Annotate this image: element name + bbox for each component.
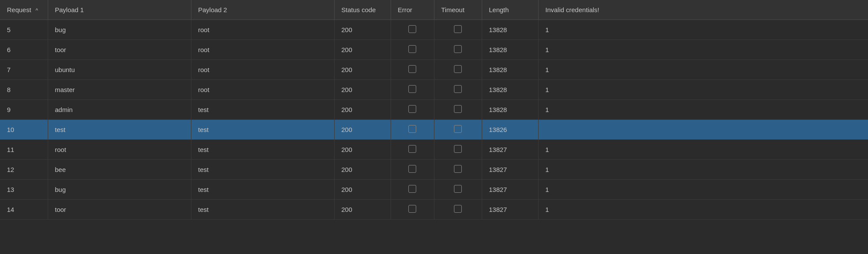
timeout-checkbox [454, 185, 462, 193]
timeout-checkbox [454, 165, 462, 173]
cell-payload2: root [191, 80, 334, 100]
cell-status-code: 200 [334, 200, 391, 220]
cell-status-code: 200 [334, 100, 391, 120]
cell-timeout [434, 40, 482, 60]
cell-status-code: 200 [334, 140, 391, 160]
col-header-length[interactable]: Length [482, 0, 538, 20]
col-header-payload2-label: Payload 2 [198, 6, 227, 13]
cell-request: 13 [0, 180, 48, 200]
cell-status-code: 200 [334, 40, 391, 60]
error-checkbox [408, 45, 416, 53]
cell-status-code: 200 [334, 180, 391, 200]
timeout-checkbox [454, 45, 462, 53]
cell-payload1: test [48, 120, 191, 140]
cell-error [391, 60, 434, 80]
error-checkbox [408, 85, 416, 93]
cell-error [391, 80, 434, 100]
cell-payload1: root [48, 140, 191, 160]
cell-timeout [434, 140, 482, 160]
col-header-status-code[interactable]: Status code [334, 0, 391, 20]
cell-status-code: 200 [334, 20, 391, 40]
cell-status-code: 200 [334, 120, 391, 140]
cell-invalid-credentials: 1 [538, 180, 868, 200]
cell-payload2: test [191, 120, 334, 140]
timeout-checkbox [454, 125, 462, 133]
cell-timeout [434, 160, 482, 180]
timeout-checkbox [454, 105, 462, 113]
cell-length: 13828 [482, 80, 538, 100]
col-header-request-label: Request [7, 6, 31, 13]
error-checkbox [408, 105, 416, 113]
cell-request: 7 [0, 60, 48, 80]
table-row[interactable]: 12beetest200138271 [0, 160, 868, 180]
cell-payload1: toor [48, 200, 191, 220]
cell-length: 13828 [482, 20, 538, 40]
table-row[interactable]: 6toorroot200138281 [0, 40, 868, 60]
cell-payload2: test [191, 180, 334, 200]
table-row[interactable]: 10testtest20013826 [0, 120, 868, 140]
cell-invalid-credentials: 1 [538, 140, 868, 160]
table-row[interactable]: 14toortest200138271 [0, 200, 868, 220]
cell-length: 13827 [482, 140, 538, 160]
error-checkbox [408, 165, 416, 173]
cell-payload2: root [191, 40, 334, 60]
table-row[interactable]: 11roottest200138271 [0, 140, 868, 160]
cell-payload2: test [191, 100, 334, 120]
col-header-status-code-label: Status code [342, 6, 376, 13]
col-header-invalid-credentials[interactable]: Invalid credentials! [538, 0, 868, 20]
cell-payload2: root [191, 20, 334, 40]
cell-error [391, 100, 434, 120]
col-header-payload1[interactable]: Payload 1 [48, 0, 191, 20]
cell-length: 13828 [482, 60, 538, 80]
cell-error [391, 40, 434, 60]
table-header-row: Request ^ Payload 1 Payload 2 Status cod… [0, 0, 868, 20]
cell-request: 9 [0, 100, 48, 120]
cell-invalid-credentials: 1 [538, 80, 868, 100]
cell-timeout [434, 200, 482, 220]
cell-length: 13827 [482, 160, 538, 180]
cell-invalid-credentials: 1 [538, 20, 868, 40]
cell-status-code: 200 [334, 160, 391, 180]
timeout-checkbox [454, 25, 462, 33]
cell-request: 10 [0, 120, 48, 140]
cell-request: 8 [0, 80, 48, 100]
cell-payload2: test [191, 140, 334, 160]
cell-length: 13827 [482, 180, 538, 200]
cell-payload1: master [48, 80, 191, 100]
cell-length: 13827 [482, 200, 538, 220]
timeout-checkbox [454, 65, 462, 73]
cell-length: 13828 [482, 100, 538, 120]
table-row[interactable]: 9admintest200138281 [0, 100, 868, 120]
col-header-error[interactable]: Error [391, 0, 434, 20]
col-header-request[interactable]: Request ^ [0, 0, 48, 20]
error-checkbox [408, 25, 416, 33]
error-checkbox [408, 125, 416, 133]
cell-request: 11 [0, 140, 48, 160]
results-table-container: Request ^ Payload 1 Payload 2 Status cod… [0, 0, 868, 254]
sort-asc-icon: ^ [36, 7, 38, 13]
cell-error [391, 180, 434, 200]
cell-timeout [434, 80, 482, 100]
error-checkbox [408, 185, 416, 193]
cell-invalid-credentials: 1 [538, 60, 868, 80]
table-row[interactable]: 5bugroot200138281 [0, 20, 868, 40]
table-row[interactable]: 7ubunturoot200138281 [0, 60, 868, 80]
cell-invalid-credentials: 1 [538, 160, 868, 180]
cell-length: 13826 [482, 120, 538, 140]
col-header-invalid-credentials-label: Invalid credentials! [546, 6, 599, 13]
cell-payload2: test [191, 200, 334, 220]
table-row[interactable]: 8masterroot200138281 [0, 80, 868, 100]
cell-error [391, 20, 434, 40]
cell-timeout [434, 120, 482, 140]
cell-payload2: test [191, 160, 334, 180]
cell-status-code: 200 [334, 80, 391, 100]
cell-invalid-credentials: 1 [538, 200, 868, 220]
col-header-timeout[interactable]: Timeout [434, 0, 482, 20]
error-checkbox [408, 65, 416, 73]
table-body: 5bugroot2001382816toorroot2001382817ubun… [0, 20, 868, 220]
col-header-length-label: Length [489, 6, 509, 13]
cell-invalid-credentials: 1 [538, 40, 868, 60]
error-checkbox [408, 145, 416, 153]
col-header-payload2[interactable]: Payload 2 [191, 0, 334, 20]
table-row[interactable]: 13bugtest200138271 [0, 180, 868, 200]
